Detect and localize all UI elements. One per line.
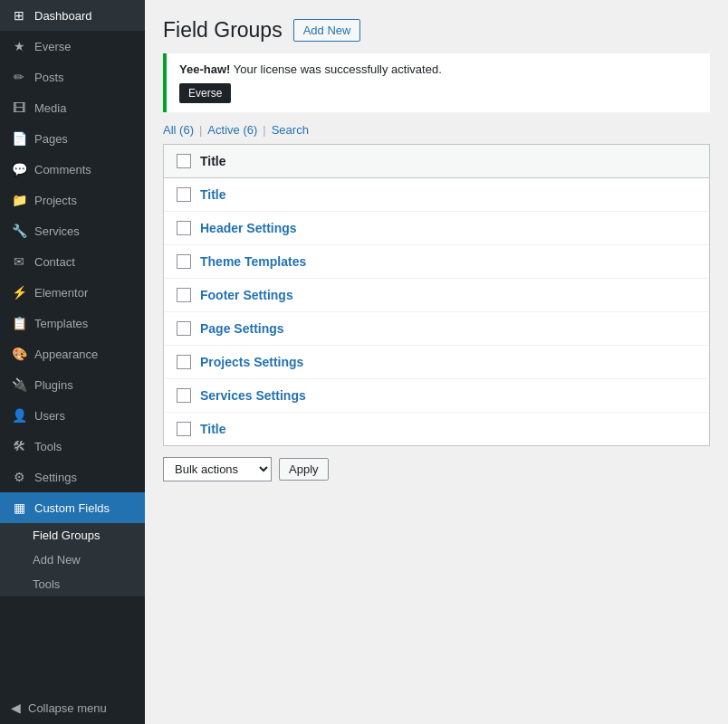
apply-button[interactable]: Apply <box>279 458 329 481</box>
settings-icon: ⚙ <box>11 469 27 485</box>
notice-prefix: Yee-haw! <box>179 62 230 76</box>
bulk-actions-bar: Bulk actions Delete Apply <box>163 457 710 481</box>
sidebar-item-dashboard[interactable]: ⊞ Dashboard <box>0 0 145 31</box>
tools-icon: 🛠 <box>11 438 27 454</box>
row-title-page-settings[interactable]: Page Settings <box>200 321 284 336</box>
custom-fields-icon: ▦ <box>11 500 27 516</box>
table-row: Title <box>164 178 709 212</box>
sidebar-item-templates[interactable]: 📋 Templates <box>0 308 145 338</box>
sidebar-item-pages[interactable]: 📄 Pages <box>0 123 145 154</box>
filter-active[interactable]: Active (6) <box>207 123 257 137</box>
sidebar-sub-item-field-groups[interactable]: Field Groups <box>0 523 145 548</box>
sidebar-item-custom-fields[interactable]: ▦ Custom Fields <box>0 492 145 523</box>
column-title-header: Title <box>200 154 226 168</box>
dashboard-icon: ⊞ <box>11 7 27 24</box>
projects-icon: 📁 <box>11 192 27 208</box>
table-row: Theme Templates <box>164 245 709 279</box>
sidebar-item-projects[interactable]: 📁 Projects <box>0 185 145 215</box>
sidebar-item-plugins[interactable]: 🔌 Plugins <box>0 369 145 400</box>
sidebar-item-users[interactable]: 👤 Users <box>0 400 145 431</box>
select-all-checkbox[interactable] <box>177 154 191 168</box>
filter-separator-1: | <box>199 123 202 137</box>
sidebar-sub-item-add-new[interactable]: Add New <box>0 548 145 572</box>
row-checkbox-title-top[interactable] <box>177 187 191 202</box>
row-checkbox-projects-settings[interactable] <box>177 355 191 369</box>
row-checkbox-page-settings[interactable] <box>177 321 191 336</box>
table-row: Footer Settings <box>164 279 709 312</box>
success-notice: Yee-haw! Your license was successfully a… <box>163 53 710 112</box>
filter-separator-2: | <box>263 123 265 137</box>
plugins-icon: 🔌 <box>11 376 27 393</box>
row-title-footer-settings[interactable]: Footer Settings <box>200 288 293 302</box>
filter-all[interactable]: All (6) <box>163 123 194 137</box>
media-icon: 🎞 <box>11 100 27 116</box>
table-row: Header Settings <box>164 212 709 245</box>
posts-icon: ✏ <box>11 69 27 85</box>
everse-icon: ★ <box>11 38 27 54</box>
sidebar-item-elementor[interactable]: ⚡ Elementor <box>0 277 145 308</box>
row-checkbox-services-settings[interactable] <box>177 388 191 403</box>
filter-bar: All (6) | Active (6) | Search <box>163 123 710 137</box>
row-checkbox-header-settings[interactable] <box>177 221 191 235</box>
sidebar-item-media[interactable]: 🎞 Media <box>0 92 145 123</box>
row-title-projects-settings[interactable]: Projects Settings <box>200 355 303 369</box>
services-icon: 🔧 <box>11 223 27 239</box>
sidebar-item-everse[interactable]: ★ Everse <box>0 31 145 62</box>
sidebar-submenu-custom-fields: Field Groups Add New Tools <box>0 523 145 596</box>
sidebar-item-comments[interactable]: 💬 Comments <box>0 154 145 185</box>
filter-search[interactable]: Search <box>272 123 309 137</box>
page-title: Field Groups <box>163 18 283 43</box>
table-row: Page Settings <box>164 312 709 346</box>
elementor-icon: ⚡ <box>11 284 27 300</box>
sidebar-item-tools[interactable]: 🛠 Tools <box>0 431 145 462</box>
sidebar: ⊞ Dashboard ★ Everse ✏ Posts 🎞 Media 📄 P… <box>0 0 145 724</box>
templates-icon: 📋 <box>11 315 27 331</box>
sidebar-item-posts[interactable]: ✏ Posts <box>0 62 145 92</box>
row-checkbox-theme-templates[interactable] <box>177 254 191 269</box>
collapse-icon: ◀ <box>11 700 21 715</box>
pages-icon: 📄 <box>11 130 27 147</box>
notice-text: Yee-haw! Your license was successfully a… <box>179 62 697 76</box>
table-row: Title <box>164 413 709 445</box>
notice-message: Your license was successfully activated. <box>230 62 441 76</box>
page-header: Field Groups Add New <box>163 18 710 43</box>
comments-icon: 💬 <box>11 161 27 177</box>
row-checkbox-title-bottom[interactable] <box>177 422 191 436</box>
field-groups-table: Title Title Header Settings Theme Templa… <box>163 144 710 446</box>
sidebar-item-settings[interactable]: ⚙ Settings <box>0 462 145 492</box>
bulk-actions-dropdown[interactable]: Bulk actions Delete <box>163 457 272 481</box>
sidebar-sub-item-tools[interactable]: Tools <box>0 572 145 596</box>
collapse-menu-button[interactable]: ◀ Collapse menu <box>0 691 145 724</box>
row-title-title-bottom[interactable]: Title <box>200 422 226 436</box>
row-title-header-settings[interactable]: Header Settings <box>200 221 297 235</box>
table-row: Projects Settings <box>164 346 709 379</box>
users-icon: 👤 <box>11 407 27 424</box>
main-content: Field Groups Add New Yee-haw! Your licen… <box>145 0 728 724</box>
row-title-theme-templates[interactable]: Theme Templates <box>200 254 306 269</box>
sidebar-item-contact[interactable]: ✉ Contact <box>0 246 145 277</box>
everse-button[interactable]: Everse <box>179 83 231 103</box>
contact-icon: ✉ <box>11 253 27 270</box>
appearance-icon: 🎨 <box>11 346 27 362</box>
table-header-row: Title <box>164 145 709 178</box>
row-checkbox-footer-settings[interactable] <box>177 288 191 302</box>
sidebar-item-services[interactable]: 🔧 Services <box>0 215 145 246</box>
add-new-button[interactable]: Add New <box>293 19 361 42</box>
sidebar-item-appearance[interactable]: 🎨 Appearance <box>0 338 145 369</box>
row-title-services-settings[interactable]: Services Settings <box>200 388 306 403</box>
row-title-title-top[interactable]: Title <box>200 187 226 202</box>
table-row: Services Settings <box>164 379 709 413</box>
